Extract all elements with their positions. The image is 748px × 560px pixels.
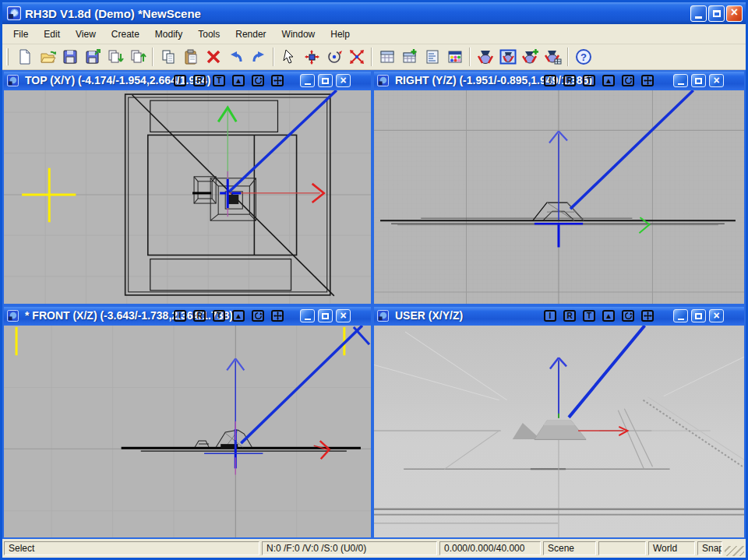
copy-icon [160, 48, 177, 65]
object-table-add-button[interactable] [398, 47, 421, 68]
viewport-close-button[interactable]: × [709, 74, 724, 87]
redo-button[interactable] [247, 47, 270, 68]
viewport-maximize-button[interactable] [691, 309, 706, 322]
menu-file[interactable]: File [5, 26, 36, 43]
menu-edit[interactable]: Edit [36, 26, 68, 43]
viewport-minimize-button[interactable] [300, 74, 315, 87]
viewport-top: TOP (X/Y) (-4.174/-1.954,2.664/1.954) I … [2, 70, 372, 305]
pan-view-button[interactable] [271, 75, 284, 86]
minimize-button[interactable] [690, 5, 707, 22]
transform-view-button[interactable]: T [583, 310, 595, 322]
render-window-button[interactable] [496, 47, 519, 68]
minimize-icon [678, 319, 684, 320]
front-grid [4, 326, 371, 537]
menu-modify[interactable]: Modify [147, 26, 190, 43]
viewport-top-titlebar[interactable]: TOP (X/Y) (-4.174/-1.954,2.664/1.954) I … [4, 72, 371, 90]
new-icon [16, 48, 34, 65]
select-button[interactable] [277, 47, 300, 68]
close-button[interactable]: × [726, 5, 743, 22]
object-list-button[interactable] [421, 47, 443, 68]
shade-view-button[interactable]: ▲ [602, 310, 615, 322]
window-title: RH3D V1.8d (Demo) *NewScene [25, 7, 689, 20]
title-bar[interactable]: RH3D V1.8d (Demo) *NewScene × [2, 2, 746, 24]
shade-view-button[interactable]: ▲ [232, 75, 245, 86]
undo-button[interactable] [224, 47, 247, 68]
import-button[interactable] [104, 47, 126, 68]
redraw-view-button[interactable]: R [563, 75, 576, 86]
pan-view-button[interactable] [641, 310, 654, 322]
toolbar-grip[interactable] [6, 48, 9, 65]
redraw-view-button[interactable]: R [193, 75, 206, 86]
menu-render[interactable]: Render [228, 26, 273, 43]
viewport-minimize-button[interactable] [673, 74, 688, 87]
viewport-close-button[interactable]: × [709, 309, 724, 322]
transform-view-button[interactable]: T [213, 75, 225, 86]
redraw-view-button[interactable]: R [193, 310, 206, 322]
paste-button[interactable] [179, 47, 202, 68]
object-table-button[interactable] [376, 47, 398, 68]
delete-button[interactable] [202, 47, 224, 68]
material-table-icon [446, 48, 464, 65]
invert-view-button[interactable]: I [544, 75, 556, 86]
viewport-close-button[interactable]: × [336, 74, 351, 87]
viewport-minimize-button[interactable] [673, 309, 688, 322]
open-button[interactable] [36, 47, 58, 68]
viewport-top-canvas[interactable] [4, 90, 371, 304]
render-button[interactable] [474, 47, 496, 68]
save-incremental-button[interactable] [81, 47, 104, 68]
invert-view-button[interactable]: I [174, 310, 186, 322]
shade-view-button[interactable]: ▲ [232, 310, 245, 322]
shade-view-button[interactable]: ▲ [602, 75, 615, 86]
viewport-maximize-button[interactable] [691, 74, 706, 87]
menu-create[interactable]: Create [104, 26, 147, 43]
invert-view-button[interactable]: I [544, 310, 556, 322]
rotate-view-button[interactable] [252, 310, 264, 322]
pan-view-button[interactable] [271, 310, 284, 322]
redraw-view-button[interactable]: R [563, 310, 576, 322]
transform-view-button[interactable]: T [213, 310, 225, 322]
viewport-user-titlebar[interactable]: USER (X/Y/Z) I R T ▲ × [374, 307, 744, 326]
viewport-front-canvas[interactable] [4, 326, 371, 537]
pan-view-button[interactable] [641, 75, 654, 86]
viewport-right-titlebar[interactable]: RIGHT (Y/Z) (-1.951/-0.895,1.949/1.385) … [374, 72, 744, 90]
material-table-button[interactable] [443, 47, 466, 68]
undo-icon [228, 48, 245, 65]
move-button[interactable] [300, 47, 323, 68]
viewport-front-titlebar[interactable]: * FRONT (X/Z) (-3.643/-1.738,2.364/1.738… [4, 307, 371, 326]
viewport-user: USER (X/Y/Z) I R T ▲ × [372, 305, 746, 539]
viewport-maximize-button[interactable] [318, 309, 333, 322]
render-settings-button[interactable] [542, 47, 564, 68]
viewport-minimize-button[interactable] [300, 309, 315, 322]
save-button[interactable] [58, 47, 81, 68]
viewport-right-canvas[interactable] [374, 90, 744, 304]
minimize-icon [678, 83, 684, 85]
scale-object-icon [348, 48, 365, 65]
copy-button[interactable] [157, 47, 179, 68]
help-button[interactable]: ? [572, 47, 595, 68]
scale-button[interactable] [345, 47, 368, 68]
render-add-button[interactable] [519, 47, 542, 68]
rotate-view-button[interactable] [622, 310, 634, 322]
invert-view-button[interactable]: I [174, 75, 186, 86]
transform-view-button[interactable]: T [583, 75, 595, 86]
menu-tools[interactable]: Tools [190, 26, 228, 43]
viewport-user-canvas[interactable] [374, 326, 744, 537]
open-icon [39, 48, 56, 65]
rotate-view-button[interactable] [252, 75, 264, 86]
app-icon [7, 6, 21, 20]
front-yellow-markers [16, 327, 344, 355]
maximize-button[interactable] [708, 5, 725, 22]
rotate-button[interactable] [323, 47, 345, 68]
resize-grip[interactable] [725, 546, 744, 556]
menu-help[interactable]: Help [323, 26, 358, 43]
rotate-view-icon [624, 312, 633, 320]
rotate-view-button[interactable] [622, 75, 634, 86]
new-button[interactable] [13, 47, 36, 68]
menu-window[interactable]: Window [274, 26, 323, 43]
viewport-maximize-button[interactable] [318, 74, 333, 87]
export-button[interactable] [126, 47, 149, 68]
rotate-object-icon [326, 48, 343, 65]
mdi-area: TOP (X/Y) (-4.174/-1.954,2.664/1.954) I … [2, 70, 746, 539]
viewport-close-button[interactable]: × [336, 309, 351, 322]
menu-view[interactable]: View [68, 26, 104, 43]
